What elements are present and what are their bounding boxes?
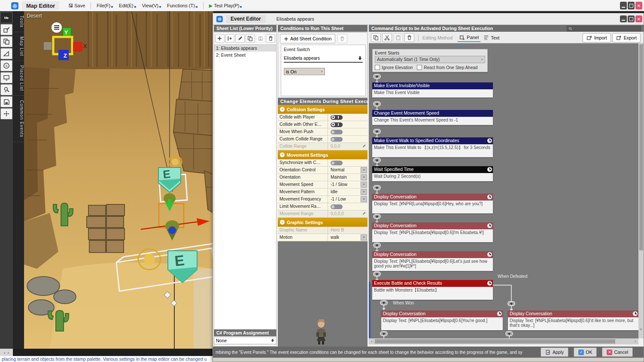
sheet-copy-button[interactable] <box>246 34 255 43</box>
toggle-on[interactable] <box>331 115 343 120</box>
dropdown-button[interactable]: ˅ <box>361 167 367 173</box>
find-event-tool-button[interactable] <box>0 84 12 95</box>
dropdown-button[interactable]: ˅ <box>361 234 367 240</box>
menu-item-functionst[interactable]: Functions (T) <box>164 2 200 9</box>
trigger-select[interactable]: Automatically Start (1 Time Only)˅ <box>375 56 485 63</box>
scroll-left-arrow[interactable]: ‹ <box>370 339 374 344</box>
switch-state-select[interactable]: is On ˅ <box>284 68 325 75</box>
command-block-when-won[interactable]: Display ConversationDisplay Text: [¥NPL[… <box>381 310 503 330</box>
sidebar-tab-map-list[interactable]: Map List <box>13 32 24 61</box>
toggle-off[interactable] <box>331 161 343 165</box>
command-search-input[interactable] <box>567 26 641 31</box>
connector-add-node[interactable] <box>373 158 381 163</box>
connector-add-node[interactable] <box>373 271 381 277</box>
map-hscroll-arrows[interactable]: ‹› <box>0 349 13 356</box>
tab-panel[interactable]: Panel <box>458 33 480 42</box>
sheet-delete-button[interactable] <box>266 34 275 43</box>
sidebar-tab-placed-list[interactable]: Placed List <box>13 61 24 96</box>
cancel-button[interactable]: ✕ Cancel <box>602 347 633 357</box>
command-vscrollbar[interactable]: ˅ <box>638 43 644 338</box>
section-header-collision-settings[interactable]: ˅Collision Settings <box>278 105 368 114</box>
collapse-tool-button[interactable]: M▸ <box>0 12 12 23</box>
subroutine-tool-button[interactable]: S <box>0 60 12 71</box>
sidebar-tab-common-events[interactable]: Common Events <box>13 96 24 142</box>
command-block-6[interactable]: Display ConversationDisplay Text: [¥NPL[… <box>372 222 493 242</box>
command-block-3[interactable]: Make Event Walk to Specified Coordinates… <box>372 137 493 157</box>
dropdown-button[interactable]: ˅ <box>361 196 367 202</box>
command-block-8[interactable]: Execute Battle and Check ResultsBattle w… <box>372 280 493 300</box>
import-button[interactable]: Import <box>583 33 611 43</box>
ok-button[interactable]: ✓ OK <box>574 347 597 357</box>
storage-tool-button[interactable] <box>0 96 12 107</box>
toggle-off[interactable] <box>331 130 343 134</box>
command-block-4[interactable]: Wait Specified TimeWait During 2 Second(… <box>372 166 493 181</box>
command-hscrollbar[interactable]: ‹ › <box>369 338 638 344</box>
command-delete-button[interactable] <box>404 33 414 42</box>
react-one-step-checkbox[interactable]: React from One Step Ahead <box>417 65 477 70</box>
menu-item-viewv[interactable]: View(V) <box>139 2 164 9</box>
connector-add-node[interactable] <box>380 300 388 305</box>
close-button[interactable]: ✕ <box>635 2 642 9</box>
command-block-1[interactable]: Make Event Invisible/VisibleMake This Ev… <box>372 82 493 97</box>
map-viewport[interactable]: E E <box>24 11 213 349</box>
menu-item-filef[interactable]: File(F) <box>94 2 116 9</box>
sheet-list-item[interactable]: 2: Event Sheet <box>214 52 276 58</box>
connector-add-node[interactable] <box>505 331 513 336</box>
scatter-tool-button[interactable] <box>0 108 12 119</box>
connector-add-node[interactable] <box>373 214 381 219</box>
command-cut-button[interactable] <box>382 33 392 42</box>
section-header-graphic-settings[interactable]: ˅Graphic Settings <box>278 218 368 227</box>
scroll-right-arrow[interactable]: › <box>633 339 638 344</box>
stamp-tool-button[interactable] <box>0 24 12 35</box>
command-block-2[interactable]: Change Event Movement SpeedChange This E… <box>372 110 493 125</box>
sheet-edit-button[interactable] <box>235 34 245 43</box>
connector-add-node[interactable] <box>373 185 381 190</box>
ev-restore-button[interactable] <box>628 15 635 22</box>
sheet-list-item[interactable]: 1: Elisabeta appears <box>214 45 276 52</box>
section-header-movement-settings[interactable]: ˅Movement Settings <box>278 150 368 159</box>
csharp-assignment-select[interactable]: None <box>214 337 276 344</box>
slope-tool-button[interactable] <box>0 48 12 59</box>
sheet-add-button[interactable] <box>215 34 225 43</box>
ev-minimize-button[interactable] <box>620 15 627 22</box>
delete-condition-button[interactable] <box>337 34 347 43</box>
save-button[interactable]: 🖫 Save <box>65 2 88 9</box>
display-tool-button[interactable] <box>0 72 12 83</box>
connector-add-node[interactable] <box>373 243 381 248</box>
connector-add-node[interactable] <box>373 74 381 79</box>
connector-add-node[interactable] <box>373 101 381 106</box>
tab-text[interactable]: Text <box>482 33 501 42</box>
connector-add-node[interactable] <box>380 331 388 336</box>
ignore-elevation-checkbox[interactable]: Ignore Elevation <box>375 65 413 70</box>
export-button[interactable]: Export <box>612 33 641 43</box>
minimize-button[interactable] <box>620 2 627 9</box>
event-switch-select[interactable]: Elisabeta appears <box>284 54 363 63</box>
command-block-5[interactable]: Display ConversationDisplay Text: [¥NPR[… <box>372 194 493 213</box>
sheet-insert-button[interactable] <box>225 34 235 43</box>
toggle-off[interactable] <box>331 204 343 209</box>
command-block-7[interactable]: Display ConversationDisplay Text: [¥NPL[… <box>372 251 493 271</box>
event-editor-titlebar[interactable]: ◎ Event Editor Elisabeta appears ✕ <box>213 13 644 25</box>
toggle-on[interactable] <box>331 122 343 127</box>
scroll-down-arrow[interactable]: ˅ <box>638 327 644 332</box>
dropdown-button[interactable]: ˅ <box>361 174 367 180</box>
apply-button[interactable]: Apply <box>541 347 568 357</box>
ev-close-button[interactable]: ✕ <box>635 15 642 22</box>
sheet-save-button[interactable] <box>256 34 265 43</box>
menu-item-edite[interactable]: Edit(E) <box>116 2 139 9</box>
restore-button[interactable] <box>628 2 635 9</box>
dropdown-button[interactable]: ˅ <box>361 182 367 188</box>
sidebar-tab-tools[interactable]: Tools <box>13 11 24 32</box>
clone-tool-button[interactable] <box>0 36 12 47</box>
pencil-icon[interactable] <box>362 144 366 149</box>
command-copy-button[interactable] <box>371 33 381 42</box>
add-sheet-condition-button[interactable]: Add Sheet Condition <box>280 34 335 43</box>
test-play-button[interactable]: ▶ Test Play(P) <box>206 2 245 10</box>
command-block-when-defeated[interactable]: Display ConversationDisplay Text: [¥NPL[… <box>508 310 638 330</box>
connector-add-node[interactable] <box>507 301 515 306</box>
connector-add-node[interactable] <box>373 129 381 134</box>
command-canvas[interactable]: Event StartsAutomatically Start (1 Time … <box>369 43 644 338</box>
toggle-off[interactable] <box>331 137 343 142</box>
command-paste-button[interactable] <box>393 33 403 42</box>
pencil-icon[interactable] <box>362 211 366 216</box>
